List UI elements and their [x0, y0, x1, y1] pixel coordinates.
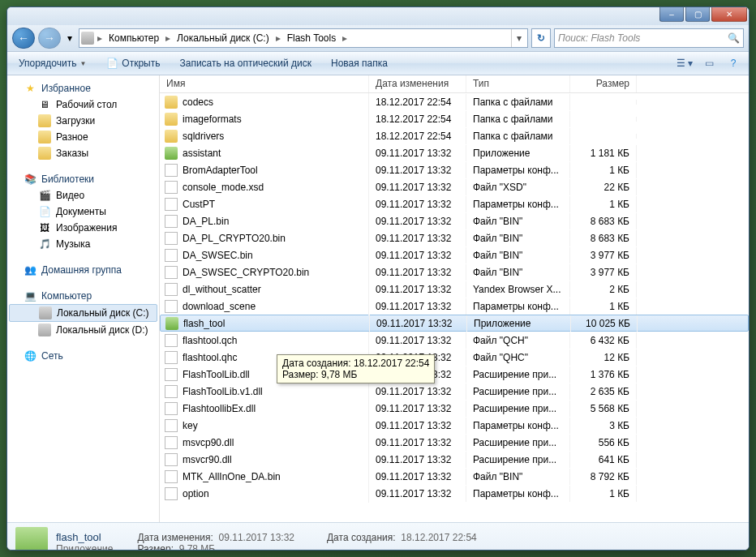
table-row[interactable]: FlashtoollibEx.dll09.11.2017 13:32Расшир… [160, 400, 749, 417]
crumb-sep-icon[interactable]: ▸ [341, 32, 349, 44]
crumb-folder[interactable]: Flash Tools [282, 29, 341, 47]
dll-icon [165, 385, 178, 398]
table-row[interactable]: sqldrivers18.12.2017 22:54Папка с файлам… [160, 127, 749, 144]
table-row[interactable]: flashtool.qch09.11.2017 13:32Файл "QCH"6… [160, 332, 749, 349]
file-type: Файл "BIN" [466, 213, 570, 229]
table-row[interactable]: assistant09.11.2017 13:32Приложение1 181… [160, 144, 749, 161]
file-icon [165, 470, 178, 483]
file-date: 09.11.2017 13:32 [369, 452, 466, 468]
file-type: Файл "QHC" [466, 349, 570, 366]
file-size: 1 181 КБ [570, 145, 637, 161]
file-size: 641 КБ [570, 452, 637, 468]
new-folder-button[interactable]: Новая папка [326, 56, 393, 71]
table-row[interactable]: MTK_AllInOne_DA.bin09.11.2017 13:32Файл … [160, 468, 749, 485]
table-row[interactable]: BromAdapterTool09.11.2017 13:32Параметры… [160, 161, 749, 178]
sidebar-network[interactable]: 🌐Сеть [7, 348, 159, 364]
open-button[interactable]: 📄Открыть [101, 55, 165, 71]
table-row[interactable]: FlashToolLib.dll09.11.2017 13:32Расширен… [160, 366, 749, 383]
table-row[interactable]: flashtool.qhc09.11.2017 13:32Файл "QHC"1… [160, 349, 749, 366]
sidebar-libraries[interactable]: 📚Библиотеки [7, 171, 159, 187]
file-type: Параметры конф... [466, 196, 570, 212]
sidebar-item-desktop[interactable]: 🖥Рабочий стол [7, 96, 159, 113]
table-row[interactable]: option09.11.2017 13:32Параметры конф...1… [160, 485, 749, 502]
file-name: msvcr90.dll [183, 454, 232, 465]
computer-icon [81, 32, 94, 45]
table-row[interactable]: msvcr90.dll09.11.2017 13:32Расширение пр… [160, 451, 749, 468]
sidebar-item-orders[interactable]: Заказы [7, 145, 159, 161]
refresh-button[interactable]: ↻ [531, 28, 551, 48]
table-row[interactable]: FlashToolLib.v1.dll09.11.2017 13:32Расши… [160, 383, 749, 400]
table-row[interactable]: DA_PL_CRYPTO20.bin09.11.2017 13:32Файл "… [160, 229, 749, 246]
organize-button[interactable]: Упорядочить▼ [14, 56, 91, 71]
sidebar-favorites[interactable]: ★Избранное [7, 80, 159, 96]
file-size: 6 432 КБ [570, 332, 637, 349]
table-row[interactable]: msvcp90.dll09.11.2017 13:32Расширение пр… [160, 434, 749, 451]
minimize-button[interactable]: – [659, 7, 684, 22]
sidebar-item-pictures[interactable]: 🖼Изображения [7, 220, 159, 236]
close-button[interactable]: ✕ [711, 7, 747, 22]
dll-icon [165, 368, 178, 381]
app-green-icon [165, 147, 178, 160]
file-date: 09.11.2017 13:32 [369, 230, 466, 246]
col-name[interactable]: Имя [160, 75, 369, 92]
file-date: 09.11.2017 13:32 [369, 486, 466, 502]
file-name: DA_PL_CRYPTO20.bin [183, 233, 286, 244]
sidebar-homegroup[interactable]: 👥Домашняя группа [7, 262, 159, 278]
crumb-computer[interactable]: Компьютер [104, 29, 164, 47]
table-row[interactable]: DA_PL.bin09.11.2017 13:32Файл "BIN"8 683… [160, 212, 749, 229]
file-type: Параметры конф... [466, 418, 570, 434]
table-row[interactable]: console_mode.xsd09.11.2017 13:32Файл "XS… [160, 178, 749, 195]
sidebar-item-misc[interactable]: Разное [7, 129, 159, 145]
table-row[interactable]: key09.11.2017 13:32Параметры конф...3 КБ [160, 417, 749, 434]
homegroup-icon: 👥 [24, 264, 37, 276]
sidebar-item-drive-c[interactable]: Локальный диск (C:) [9, 304, 157, 322]
crumb-drive[interactable]: Локальный диск (C:) [172, 29, 274, 47]
table-row[interactable]: flash_tool09.11.2017 13:32Приложение10 0… [160, 315, 749, 332]
crumb-sep-icon[interactable]: ▸ [96, 32, 104, 44]
search-input[interactable]: Поиск: Flash Tools 🔍 [554, 28, 744, 48]
view-button[interactable]: ☰ ▾ [676, 54, 694, 72]
col-date[interactable]: Дата изменения [369, 75, 466, 92]
file-size: 8 683 КБ [570, 230, 637, 246]
file-icon [165, 283, 178, 296]
file-size: 1 376 КБ [570, 366, 637, 383]
sidebar-item-drive-d[interactable]: Локальный диск (D:) [7, 322, 159, 338]
details-pane: flash_tool Приложение Дата изменения: 09… [7, 522, 749, 551]
back-button[interactable]: ← [12, 28, 35, 49]
file-type: Папка с файлами [466, 128, 570, 144]
file-date: 09.11.2017 13:32 [369, 401, 466, 417]
table-row[interactable]: CustPT09.11.2017 13:32Параметры конф...1… [160, 195, 749, 212]
preview-pane-button[interactable]: ▭ [700, 54, 718, 72]
sidebar-item-video[interactable]: 🎬Видео [7, 187, 159, 204]
computer-icon: 💻 [24, 289, 37, 302]
crumb-sep-icon[interactable]: ▸ [164, 32, 172, 44]
file-size: 3 977 КБ [570, 247, 637, 264]
file-date: 09.11.2017 13:32 [369, 264, 466, 281]
file-rows[interactable]: codecs18.12.2017 22:54Папка с файламиima… [160, 93, 749, 522]
forward-button[interactable]: → [38, 28, 61, 49]
sidebar-item-downloads[interactable]: Загрузки [7, 113, 159, 129]
table-row[interactable]: dl_without_scatter09.11.2017 13:32Yandex… [160, 281, 749, 298]
sidebar-computer[interactable]: 💻Компьютер [7, 288, 159, 304]
burn-button[interactable]: Записать на оптический диск [174, 56, 316, 71]
sidebar-item-documents[interactable]: 📄Документы [7, 204, 159, 220]
table-row[interactable]: imageformats18.12.2017 22:54Папка с файл… [160, 110, 749, 127]
file-name: dl_without_scatter [183, 284, 261, 295]
col-size[interactable]: Размер [570, 75, 637, 92]
table-row[interactable]: download_scene09.11.2017 13:32Параметры … [160, 298, 749, 315]
addressbar[interactable]: ▸ Компьютер ▸ Локальный диск (C:) ▸ Flas… [79, 28, 528, 48]
crumb-sep-icon[interactable]: ▸ [274, 32, 282, 44]
file-type: Папка с файлами [466, 94, 570, 110]
explorer-window: – ▢ ✕ ← → ▾ ▸ Компьютер ▸ Локальный диск… [6, 6, 750, 551]
address-dropdown[interactable]: ▾ [511, 29, 526, 47]
table-row[interactable]: DA_SWSEC_CRYPTO20.bin09.11.2017 13:32Фай… [160, 264, 749, 281]
sidebar-item-music[interactable]: 🎵Музыка [7, 236, 159, 252]
maximize-button[interactable]: ▢ [685, 7, 710, 22]
file-name: CustPT [183, 199, 215, 210]
table-row[interactable]: codecs18.12.2017 22:54Папка с файлами [160, 93, 749, 110]
help-button[interactable]: ? [724, 54, 742, 72]
history-dropdown[interactable]: ▾ [64, 30, 75, 46]
col-type[interactable]: Тип [466, 75, 570, 92]
table-row[interactable]: DA_SWSEC.bin09.11.2017 13:32Файл "BIN"3 … [160, 246, 749, 264]
file-date: 09.11.2017 13:32 [369, 281, 466, 298]
